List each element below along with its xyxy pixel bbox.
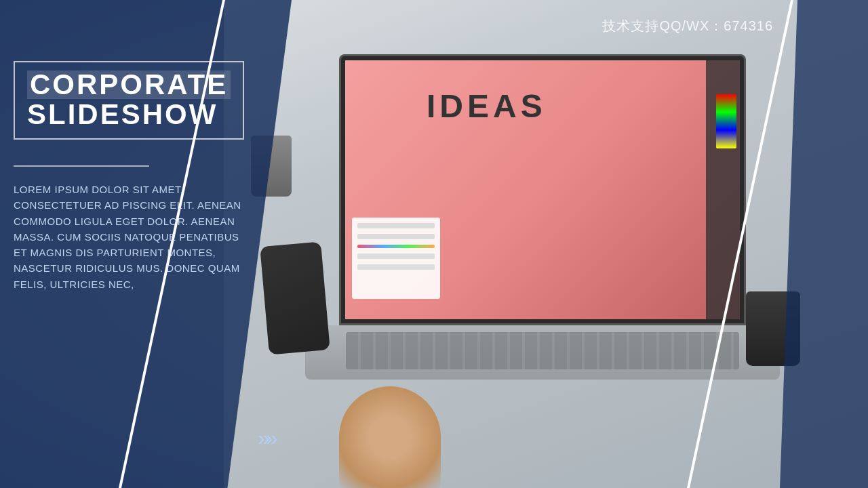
chevron-arrows[interactable]: »» [258, 426, 274, 451]
body-text: LOREM IPSUM DOLOR SIT AMET, CONSECTETUER… [14, 182, 254, 292]
laptop-screen: IDEAS [339, 54, 746, 325]
screen-ideas-text: IDEAS [427, 87, 547, 125]
screen-content: IDEAS [345, 60, 740, 319]
panel-line-1 [357, 223, 435, 228]
panel-line-2 [357, 234, 435, 239]
laptop-base [305, 325, 780, 380]
left-content: CORPORATE SLIDESHOW LOREM IPSUM DOLOR SI… [0, 0, 271, 488]
scene: IDEAS [0, 0, 868, 488]
title-box: CORPORATE SLIDESHOW [14, 61, 244, 140]
hand [339, 386, 441, 488]
panel-line-3 [357, 253, 435, 259]
title-corporate: CORPORATE [27, 70, 231, 99]
laptop-area: IDEAS [224, 0, 868, 488]
panel-line-colored [357, 245, 435, 248]
title-slideshow: SLIDESHOW [27, 99, 231, 130]
color-swatch [716, 94, 736, 148]
keyboard [346, 332, 739, 369]
screen-panel [352, 218, 440, 299]
panel-line-4 [357, 264, 435, 270]
divider-line [14, 165, 149, 167]
watermark-text: 技术支持QQ/WX：674316 [602, 17, 773, 35]
laptop: IDEAS [305, 54, 780, 380]
